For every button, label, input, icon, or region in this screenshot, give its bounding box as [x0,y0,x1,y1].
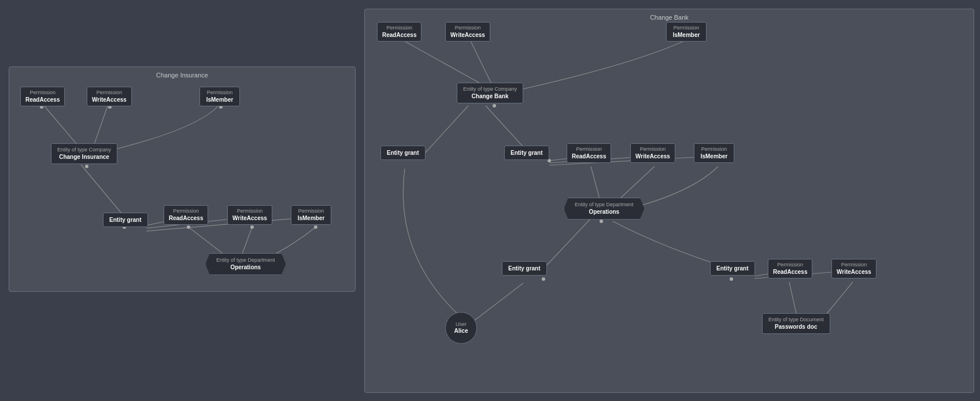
right-user-alice-label-main: Alice [454,327,468,335]
right-entity-grant4[interactable]: Entity grant [710,261,755,276]
right-perm-write-label-small: Permission [455,25,481,31]
left-perm-read2-label-main: ReadAccess [169,214,203,222]
right-entity-grant3[interactable]: Entity grant [502,261,547,276]
left-entity-grant-label: Entity grant [109,216,142,224]
left-perm-read[interactable]: Permission ReadAccess [20,87,65,106]
left-dept-label-main: Operations [230,263,261,271]
left-entity-company[interactable]: Entity of type Company Change Insurance [51,143,117,164]
right-entity-doc[interactable]: Entity of type Document Passwords doc [762,313,830,334]
left-dept-operations[interactable]: Entity of type Department Operations [205,253,286,275]
left-perm-read2[interactable]: Permission ReadAccess [164,205,208,225]
diagram-container: Change Insurance Change Bank [0,0,980,401]
right-entity-company-label-main: Change Bank [472,92,509,100]
right-perm-ismember[interactable]: Permission IsMember [666,22,707,42]
right-perm-ismember2-label-small: Permission [701,146,727,153]
right-perm-ismember2-label-main: IsMember [701,153,728,160]
left-perm-write2[interactable]: Permission WriteAccess [227,205,272,225]
right-entity-doc-label-small: Entity of type Document [768,317,824,323]
left-perm-read-label-main: ReadAccess [25,96,60,103]
left-panel-title: Change Insurance [156,72,208,79]
right-entity-doc-label-main: Passwords doc [775,323,817,331]
left-perm-ismember[interactable]: Permission IsMember [199,87,240,106]
left-perm-read2-label-small: Permission [173,208,199,214]
right-entity-grant1[interactable]: Entity grant [380,146,426,160]
left-perm-ismember-label-small: Permission [207,90,233,96]
right-perm-read[interactable]: Permission ReadAccess [377,22,421,42]
right-dept-label-small: Entity of type Department [575,202,634,208]
right-dept-label-main: Operations [589,208,619,216]
right-perm-write3[interactable]: Permission WriteAccess [831,259,877,279]
left-perm-write-label-small: Permission [97,90,123,96]
right-perm-write3-label-main: WriteAccess [837,268,871,276]
left-perm-write[interactable]: Permission WriteAccess [87,87,132,106]
right-perm-write2-label-small: Permission [640,146,666,153]
left-perm-ismember2-label-main: IsMember [298,214,325,222]
right-perm-ismember2[interactable]: Permission IsMember [694,143,734,163]
right-perm-read2-label-small: Permission [576,146,602,153]
right-perm-ismember-label-small: Permission [674,25,700,31]
left-perm-write-label-main: WriteAccess [92,96,127,103]
right-user-alice-label-small: User [456,321,467,328]
right-perm-write2-label-main: WriteAccess [635,153,670,160]
left-perm-ismember2[interactable]: Permission IsMember [291,205,331,225]
right-perm-read2[interactable]: Permission ReadAccess [567,143,611,163]
left-perm-read-label-small: Permission [29,90,56,96]
right-perm-write-label-main: WriteAccess [450,31,485,39]
right-perm-write2[interactable]: Permission WriteAccess [630,143,675,163]
left-entity-company-label-small: Entity of type Company [57,147,111,153]
right-perm-read-label-small: Permission [386,25,412,31]
left-entity-grant[interactable]: Entity grant [103,213,148,227]
right-perm-read3-label-main: ReadAccess [773,268,807,276]
left-perm-ismember-label-main: IsMember [206,96,234,103]
right-perm-read3-label-small: Permission [777,262,803,268]
left-perm-ismember2-label-small: Permission [298,208,324,214]
left-entity-company-label-main: Change Insurance [59,153,109,161]
right-entity-grant1-label: Entity grant [387,149,419,157]
right-entity-grant2-label: Entity grant [511,149,543,157]
right-perm-read2-label-main: ReadAccess [572,153,606,160]
right-perm-read3[interactable]: Permission ReadAccess [768,259,812,279]
right-dept-operations[interactable]: Entity of type Department Operations [564,198,645,220]
right-entity-company-label-small: Entity of type Company [463,86,517,92]
right-entity-grant3-label: Entity grant [508,265,541,272]
right-entity-company[interactable]: Entity of type Company Change Bank [457,83,523,103]
left-perm-write2-label-main: WriteAccess [232,214,267,222]
right-entity-grant4-label: Entity grant [716,265,749,272]
right-perm-write3-label-small: Permission [841,262,867,268]
right-entity-grant2[interactable]: Entity grant [504,146,549,160]
right-panel-title: Change Bank [650,14,689,21]
right-perm-read-label-main: ReadAccess [382,31,416,39]
left-dept-label-small: Entity of type Department [216,257,275,263]
right-user-alice[interactable]: User Alice [445,312,477,344]
right-perm-write[interactable]: Permission WriteAccess [445,22,490,42]
right-perm-ismember-label-main: IsMember [673,31,700,39]
left-perm-write2-label-small: Permission [237,208,263,214]
